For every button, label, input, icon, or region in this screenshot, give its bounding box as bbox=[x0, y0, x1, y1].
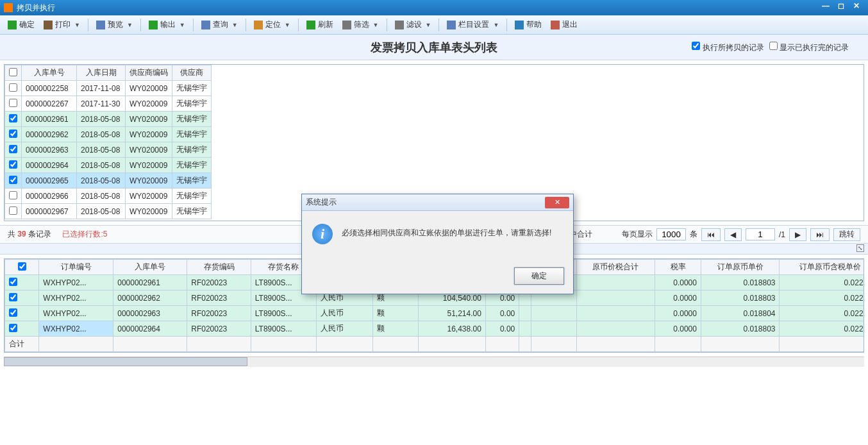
dialog-close-button[interactable]: ✕ bbox=[545, 197, 569, 208]
dialog-message: 必须选择相同供应商和立账依据的单据进行生单，请重新选择! bbox=[342, 224, 551, 239]
dialog-title-bar[interactable]: 系统提示 ✕ bbox=[302, 194, 573, 211]
system-dialog: 系统提示 ✕ i 必须选择相同供应商和立账依据的单据进行生单，请重新选择! 确定 bbox=[301, 194, 574, 294]
info-icon: i bbox=[312, 224, 333, 244]
dialog-title: 系统提示 bbox=[306, 197, 337, 208]
dialog-overlay: 系统提示 ✕ i 必须选择相同供应商和立账依据的单据进行生单，请重新选择! 确定 bbox=[0, 0, 868, 445]
dialog-ok-button[interactable]: 确定 bbox=[514, 267, 564, 285]
